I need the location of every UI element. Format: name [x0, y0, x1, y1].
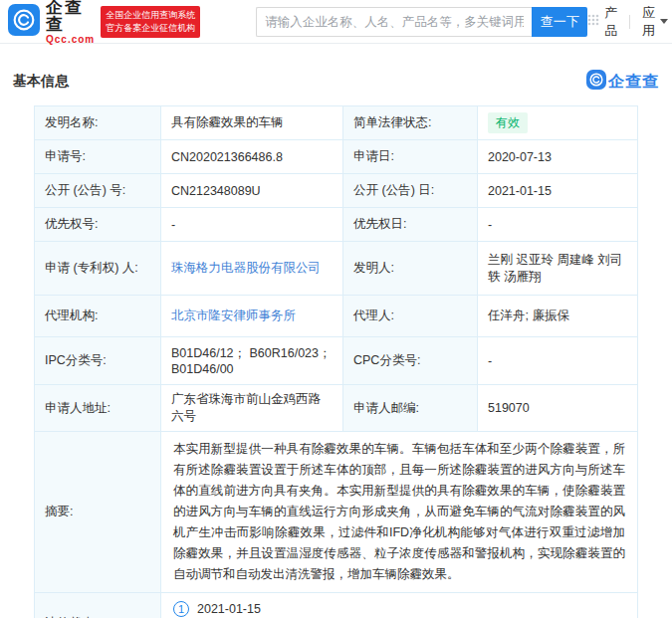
timeline-date: 2021-01-15	[197, 602, 261, 616]
field-label-applicant-zip: 申请人邮编:	[343, 385, 477, 431]
timeline-step-number: 1	[173, 601, 189, 617]
field-value-abstract: 本实用新型提供一种具有除霾效果的车辆。车辆包括车体和至少两个除霾装置，所有所述除…	[160, 432, 637, 592]
field-value-applicant-address: 广东省珠海市前山金鸡西路六号	[160, 385, 343, 431]
nav-apps-label: 应用	[642, 4, 655, 40]
watermark-logo-icon	[586, 70, 606, 94]
field-label-ipc-class: IPC分类号:	[35, 337, 160, 384]
field-value-inventors: 兰刚 迟亚玲 周建峰 刘司轶 汤雁翔	[477, 242, 637, 295]
table-row: 发明名称: 具有除霾效果的车辆 简单法律状态: 有效	[35, 106, 637, 140]
logo-text[interactable]: 企查查 Qcc.com	[46, 0, 95, 45]
field-label-cpc-class: CPC分类号:	[343, 337, 477, 384]
logo-name: 企查查	[46, 0, 95, 33]
qcc-watermark: 企查查	[586, 70, 659, 94]
page-title: 基本信息	[13, 73, 69, 91]
agency-link[interactable]: 北京市隆安律师事务所	[171, 308, 296, 324]
gov-badge-line1: 全国企业信用查询系统	[106, 9, 195, 22]
abstract-row: 摘要: 本实用新型提供一种具有除霾效果的车辆。车辆包括车体和至少两个除霾装置，所…	[35, 432, 637, 593]
field-value-agents: 任洋舟; 廉振保	[477, 296, 637, 336]
search-button[interactable]: 查一下	[532, 7, 587, 37]
field-label-invention-name: 发明名称:	[35, 106, 160, 139]
field-value-legal-status: 1 2021-01-15 授权	[160, 593, 637, 618]
table-row: 申请 (专利权) 人: 珠海格力电器股份有限公司 发明人: 兰刚 迟亚玲 周建峰…	[35, 242, 637, 296]
search-input[interactable]	[256, 7, 532, 37]
nav-products[interactable]: 产品	[587, 4, 617, 40]
field-label-legal-status: 法律状态:	[35, 593, 160, 618]
field-value-publication-date: 2021-01-15	[477, 174, 637, 207]
nav-products-label: 产品	[604, 4, 617, 40]
field-value-cpc-class: -	[477, 337, 637, 384]
table-row: IPC分类号: B01D46/12； B60R16/023； B01D46/00…	[35, 337, 637, 385]
field-value-application-number: CN202021366486.8	[160, 140, 343, 173]
patent-info-table: 发明名称: 具有除霾效果的车辆 简单法律状态: 有效 申请号: CN202021…	[34, 105, 638, 618]
section-title-row: 基本信息 企查查	[0, 44, 672, 105]
field-value-legal-status-simple: 有效	[477, 106, 637, 139]
field-label-priority-date: 优先权日:	[343, 208, 477, 241]
field-label-applicant: 申请 (专利权) 人:	[35, 242, 160, 295]
field-value-applicant-zip: 519070	[477, 385, 637, 431]
field-label-application-number: 申请号:	[35, 140, 160, 173]
table-row: 优先权号: - 优先权日: -	[35, 208, 637, 242]
top-header: 企查查 Qcc.com 全国企业信用查询系统 官方备案企业征信机构 查一下 产品	[0, 0, 672, 44]
grid-icon	[587, 14, 604, 29]
top-nav: 产品 应用	[587, 4, 668, 40]
field-value-application-date: 2020-07-13	[477, 140, 637, 173]
field-label-agency: 代理机构:	[35, 296, 160, 336]
gov-badge-line2: 官方备案企业征信机构	[106, 22, 195, 35]
qcc-logo-icon[interactable]	[8, 4, 40, 40]
field-label-priority-number: 优先权号:	[35, 208, 160, 241]
field-label-abstract: 摘要:	[35, 432, 160, 592]
field-value-ipc-class: B01D46/12； B60R16/023； B01D46/00	[160, 337, 343, 384]
search-box: 查一下	[256, 7, 587, 37]
legal-status-row: 法律状态: 1 2021-01-15 授权	[35, 593, 637, 618]
field-label-legal-status-simple: 简单法律状态:	[343, 106, 477, 139]
field-label-agents: 代理人:	[343, 296, 477, 336]
table-row: 申请号: CN202021366486.8 申请日: 2020-07-13	[35, 140, 637, 174]
nav-divider	[629, 15, 630, 29]
gov-credit-badge: 全国企业信用查询系统 官方备案企业征信机构	[101, 6, 200, 38]
field-label-inventors: 发明人:	[343, 242, 477, 295]
field-value-priority-date: -	[477, 208, 637, 241]
applicant-company-link[interactable]: 珠海格力电器股份有限公司	[171, 260, 321, 277]
chevron-down-icon	[660, 19, 668, 24]
field-value-priority-number: -	[160, 208, 343, 241]
table-row: 代理机构: 北京市隆安律师事务所 代理人: 任洋舟; 廉振保	[35, 296, 637, 337]
field-value-publication-number: CN212348089U	[160, 174, 343, 207]
table-row: 申请人地址: 广东省珠海市前山金鸡西路六号 申请人邮编: 519070	[35, 385, 637, 432]
field-value-applicant: 珠海格力电器股份有限公司	[160, 242, 343, 295]
field-label-publication-date: 公开 (公告) 日:	[343, 174, 477, 207]
logo-domain: Qcc.com	[46, 35, 95, 45]
nav-apps[interactable]: 应用	[642, 4, 668, 40]
watermark-text: 企查查	[608, 72, 659, 93]
status-badge: 有效	[488, 112, 528, 133]
field-value-invention-name: 具有除霾效果的车辆	[160, 106, 343, 139]
field-label-applicant-address: 申请人地址:	[35, 385, 160, 431]
field-label-application-date: 申请日:	[343, 140, 477, 173]
table-row: 公开 (公告) 号: CN212348089U 公开 (公告) 日: 2021-…	[35, 174, 637, 208]
field-label-publication-number: 公开 (公告) 号:	[35, 174, 160, 207]
field-value-agency: 北京市隆安律师事务所	[160, 296, 343, 336]
